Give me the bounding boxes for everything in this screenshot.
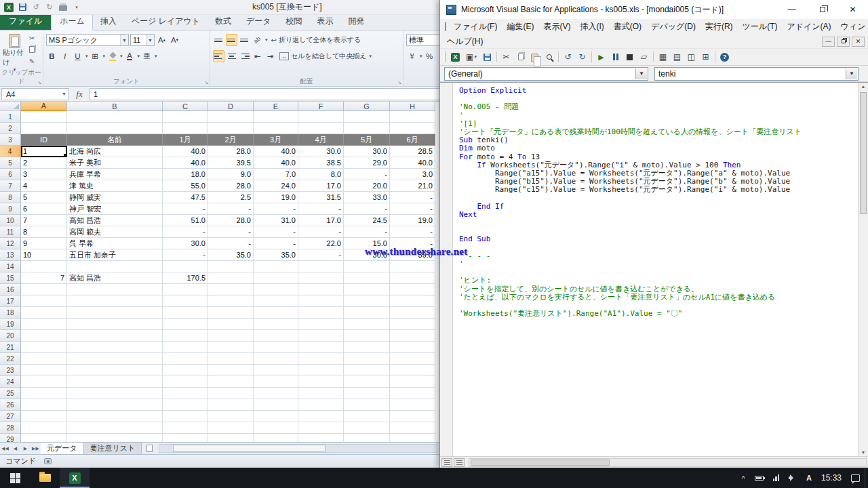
cell-G16[interactable] — [344, 284, 390, 296]
cell-H6[interactable]: 3.0 — [390, 169, 435, 180]
row-header-10[interactable]: 10 — [0, 215, 21, 226]
row-header-26[interactable]: 26 — [0, 399, 21, 411]
align-left-button[interactable] — [213, 50, 224, 62]
break-button[interactable] — [608, 51, 623, 63]
row-header-22[interactable]: 22 — [0, 353, 21, 365]
cell-B26[interactable] — [67, 399, 163, 411]
cell-B9[interactable]: 神戸 智宏 — [67, 203, 163, 215]
merge-center-button[interactable]: ↔ セルを結合して中央揃え ▾ — [277, 52, 374, 61]
tab-data[interactable]: データ — [239, 13, 279, 30]
undo-button[interactable]: ↺ — [31, 2, 41, 13]
alignment-dialog-launcher[interactable]: ↘ — [397, 80, 401, 85]
cell-B29[interactable] — [67, 434, 163, 442]
cell-E20[interactable] — [254, 330, 298, 342]
row-header-9[interactable]: 9 — [0, 203, 21, 215]
cell-H2[interactable] — [390, 123, 435, 134]
column-header-A[interactable]: A — [21, 102, 67, 111]
cell-H23[interactable] — [390, 365, 435, 376]
code-horizontal-scrollbar-thumb[interactable] — [471, 460, 610, 466]
name-box[interactable]: A4 ▼ — [1, 88, 69, 100]
cell-C20[interactable] — [163, 330, 208, 342]
row-header-21[interactable]: 21 — [0, 342, 21, 353]
cell-E2[interactable] — [254, 123, 298, 134]
cell-D16[interactable] — [208, 284, 254, 296]
cell-F18[interactable] — [298, 307, 344, 319]
cell-F6[interactable]: 8.0 — [298, 169, 344, 180]
cell-C10[interactable]: 51.0 — [163, 215, 208, 226]
cell-E5[interactable]: 40.0 — [254, 157, 298, 169]
cell-A9[interactable]: 6 — [21, 203, 67, 215]
cell-B25[interactable] — [67, 388, 163, 399]
tab-page-layout[interactable]: ページ レイアウト — [124, 13, 208, 30]
vba-paste-button[interactable] — [528, 51, 542, 63]
cell-E22[interactable] — [254, 353, 298, 365]
cell-A28[interactable] — [21, 422, 67, 434]
cell-B16[interactable] — [67, 284, 163, 296]
cell-D10[interactable]: 28.0 — [208, 215, 254, 226]
cell-H24[interactable] — [390, 376, 435, 388]
cell-G17[interactable] — [344, 296, 390, 307]
cell-C25[interactable] — [163, 388, 208, 399]
menu-insert[interactable]: 挿入(I) — [575, 19, 608, 35]
cell-B24[interactable] — [67, 376, 163, 388]
cell-E3[interactable]: 3月 — [254, 134, 298, 146]
code-window-close-button[interactable]: ✕ — [852, 37, 865, 47]
cell-D14[interactable] — [208, 261, 254, 272]
cell-E4[interactable]: 40.0 — [254, 146, 298, 157]
cell-A22[interactable] — [21, 353, 67, 365]
cell-H25[interactable] — [390, 388, 435, 399]
cell-D20[interactable] — [208, 330, 254, 342]
copy-button[interactable] — [26, 44, 38, 55]
underline-button[interactable]: U — [72, 50, 83, 62]
cell-C12[interactable]: 30.0 — [163, 238, 208, 249]
cell-F17[interactable] — [298, 296, 344, 307]
wrap-text-button[interactable]: ↩ 折り返して全体を表示する — [269, 35, 363, 45]
row-header-28[interactable]: 28 — [0, 422, 21, 434]
cell-C27[interactable] — [163, 411, 208, 422]
cell-E1[interactable] — [254, 111, 298, 123]
cell-B8[interactable]: 静岡 威実 — [67, 192, 163, 203]
cell-G6[interactable]: - — [344, 169, 390, 180]
cell-H18[interactable] — [390, 307, 435, 319]
cell-D21[interactable] — [208, 342, 254, 353]
column-header-G[interactable]: G — [344, 102, 390, 111]
vba-cut-button[interactable]: ✂ — [499, 51, 513, 63]
start-button[interactable] — [0, 468, 30, 488]
font-size-combo[interactable]: 11 ▼ — [130, 34, 155, 46]
cell-B4[interactable]: 北海 尚広 — [67, 146, 163, 157]
notification-center-button[interactable] — [846, 468, 865, 488]
cell-E23[interactable] — [254, 365, 298, 376]
cell-C1[interactable] — [163, 111, 208, 123]
run-macro-button[interactable]: ▶ — [594, 51, 608, 63]
cell-G7[interactable]: 20.0 — [344, 180, 390, 192]
cell-F11[interactable]: - — [298, 226, 344, 238]
procedure-view-button[interactable] — [441, 458, 452, 467]
cell-C18[interactable] — [163, 307, 208, 319]
cell-G5[interactable]: 29.0 — [344, 157, 390, 169]
font-dialog-launcher[interactable]: ↘ — [204, 80, 208, 85]
cell-A12[interactable]: 9 — [21, 238, 67, 249]
cell-F2[interactable] — [298, 123, 344, 134]
scroll-down-arrow[interactable]: ▼ — [861, 450, 866, 455]
cell-A18[interactable] — [21, 307, 67, 319]
cell-D24[interactable] — [208, 376, 254, 388]
cell-A17[interactable] — [21, 296, 67, 307]
horizontal-scrollbar[interactable] — [159, 444, 437, 453]
object-combo[interactable]: (General) ▼ — [444, 67, 648, 81]
row-header-24[interactable]: 24 — [0, 376, 21, 388]
cell-H20[interactable] — [390, 330, 435, 342]
column-header-D[interactable]: D — [208, 102, 254, 111]
cell-F9[interactable]: - — [298, 203, 344, 215]
cell-D15[interactable] — [208, 272, 254, 284]
row-header-20[interactable]: 20 — [0, 330, 21, 342]
cell-E21[interactable] — [254, 342, 298, 353]
cell-C16[interactable] — [163, 284, 208, 296]
cell-G29[interactable] — [344, 434, 390, 442]
column-header-H[interactable]: H — [390, 102, 435, 111]
menu-help[interactable]: ヘルプ(H) — [442, 34, 488, 49]
fill-color-button[interactable] — [106, 50, 118, 62]
first-sheet-button[interactable]: ◀◀ — [0, 443, 10, 454]
last-sheet-button[interactable]: ▶▶ — [31, 443, 41, 454]
cell-E24[interactable] — [254, 376, 298, 388]
cell-D1[interactable] — [208, 111, 254, 123]
